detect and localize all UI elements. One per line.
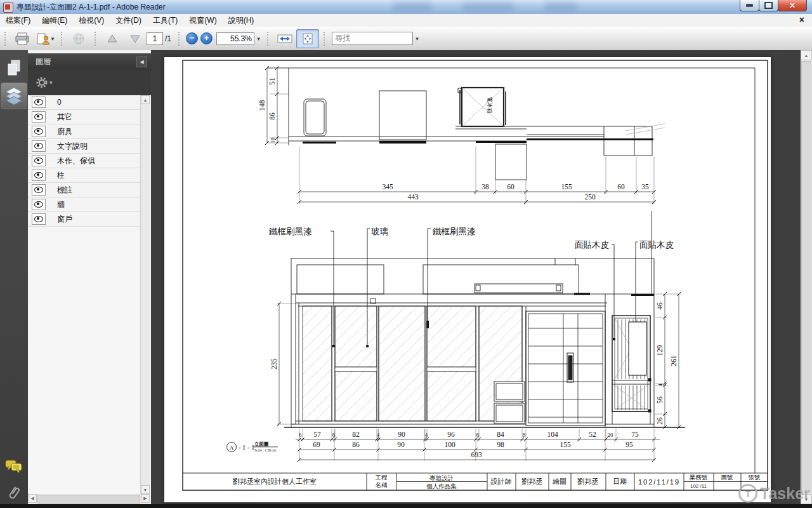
layer-row-5[interactable]: 柱 — [28, 168, 141, 183]
close-document-icon[interactable]: × — [799, 15, 804, 24]
next-page-button[interactable] — [124, 29, 147, 48]
layer-list: 0 其它 廚具 文字說明 木作、傢俱 柱 標註 牆 — [28, 95, 141, 494]
eye-icon — [34, 187, 43, 193]
panel-horizontal-scrollbar[interactable]: ◀ ▶ — [28, 494, 150, 504]
layer-visibility-toggle[interactable] — [32, 213, 46, 225]
layer-visibility-toggle[interactable] — [32, 126, 46, 137]
dim-text: 155 — [561, 183, 572, 190]
menu-tools[interactable]: 工具(T) — [147, 14, 183, 27]
layer-row-6[interactable]: 標註 — [28, 183, 141, 197]
page-number-input[interactable] — [147, 32, 163, 45]
dim-text: 155 — [560, 441, 571, 448]
view-name: 立面圖 — [254, 441, 269, 447]
find-dropdown-icon[interactable]: ▾ — [413, 32, 421, 45]
layers-panel: 圖層 ◀ ▾ 0 其它 廚具 文字說明 木作、傢俱 — [28, 50, 152, 504]
fit-width-button[interactable] — [273, 29, 296, 48]
layer-row-7[interactable]: 牆 — [28, 197, 141, 212]
zoom-out-button[interactable]: − — [186, 32, 198, 44]
scroll-up-button[interactable]: ▲ — [801, 50, 812, 60]
gear-icon[interactable] — [36, 76, 48, 89]
attachments-panel-button[interactable] — [1, 481, 27, 506]
drafter-name: 劉邦丞 — [578, 478, 599, 485]
dim-text: 261 — [670, 355, 678, 366]
dim-text: 60 — [617, 183, 625, 190]
layer-row-4[interactable]: 木作、傢俱 — [28, 154, 141, 168]
scrollbar-thumb[interactable] — [37, 495, 140, 504]
dim-text: 84 — [497, 431, 504, 438]
dim-text: 10 — [270, 137, 276, 144]
layer-row-1[interactable]: 其它 — [28, 110, 141, 124]
scroll-left-button[interactable]: ◀ — [28, 494, 37, 503]
layer-row-0[interactable]: 0 — [28, 95, 141, 110]
dim-text: 4 — [377, 432, 380, 438]
previous-page-button[interactable] — [101, 29, 124, 48]
dim-text: 86 — [352, 441, 360, 448]
document-vertical-scrollbar[interactable]: ▲ ▼ — [801, 50, 812, 504]
fit-page-icon — [301, 32, 314, 45]
print-button[interactable] — [11, 29, 34, 48]
fit-width-icon — [277, 33, 292, 44]
gear-dropdown-icon[interactable]: ▾ — [49, 79, 53, 86]
job-number-value: 102 /11 — [690, 483, 707, 489]
menu-window[interactable]: 視窗(W) — [183, 14, 222, 27]
layer-visibility-toggle[interactable] — [32, 170, 46, 181]
minimize-icon — [746, 4, 753, 7]
fit-page-button[interactable] — [296, 29, 319, 48]
dim-text: 6 — [299, 432, 302, 438]
layer-visibility-toggle[interactable] — [32, 199, 46, 210]
dim-text: 56 — [656, 396, 664, 404]
layer-row-3[interactable]: 文字說明 — [28, 139, 141, 154]
close-button[interactable]: ✕ — [778, 0, 807, 11]
collaborate-button[interactable]: ▾ — [34, 29, 56, 48]
zoom-dropdown-icon[interactable]: ▾ — [254, 32, 263, 45]
layer-visibility-toggle[interactable] — [32, 111, 46, 123]
comments-panel-button[interactable] — [1, 454, 27, 479]
scroll-down-button[interactable]: ▼ — [141, 485, 150, 494]
dim-text: 75 — [631, 431, 639, 438]
restore-icon — [764, 2, 773, 9]
section-letter: A — [230, 444, 234, 451]
restore-button[interactable] — [759, 0, 778, 11]
dim-text: 57 — [313, 431, 321, 438]
window-bottom-border — [0, 504, 812, 508]
window-title: 專題設計-立面圖2 A-1-1.pdf - Adobe Reader — [16, 2, 166, 13]
print-icon — [15, 32, 30, 45]
menu-document[interactable]: 文件(D) — [110, 14, 147, 27]
minimize-button[interactable] — [740, 0, 759, 11]
toolbar: ▾ /1 − + 55.3% ▾ — [0, 27, 812, 51]
pages-panel-button[interactable] — [1, 55, 27, 81]
find-input[interactable]: 尋找 — [332, 32, 413, 45]
dim-text: 693 — [471, 451, 482, 458]
dim-text: 6 — [332, 432, 336, 438]
menu-edit[interactable]: 編輯(E) — [36, 14, 73, 27]
callout-text: 面貼木皮 — [639, 240, 674, 250]
layer-label: 其它 — [57, 112, 72, 123]
dim-text: 26 — [656, 417, 664, 425]
menu-file[interactable]: 檔案(F) — [0, 14, 36, 27]
toolbar-grip — [95, 32, 98, 46]
eye-icon — [34, 216, 43, 222]
layer-visibility-toggle[interactable] — [32, 155, 46, 166]
layer-visibility-toggle[interactable] — [32, 184, 46, 196]
zoom-in-button[interactable]: + — [200, 32, 213, 44]
scroll-up-icon: ▲ — [804, 53, 809, 58]
toolbar-grip — [178, 32, 181, 46]
layer-visibility-toggle[interactable] — [32, 140, 46, 152]
scroll-up-button[interactable]: ▲ — [141, 95, 150, 104]
zoom-level-value[interactable]: 55.3% — [216, 32, 254, 45]
scroll-right-button[interactable]: ▶ — [141, 494, 150, 503]
layer-row-8[interactable]: 窗戶 — [28, 212, 141, 227]
eye-icon — [34, 172, 43, 178]
date-value: 102/11/19 — [638, 478, 680, 486]
dim-text: 6 — [476, 432, 480, 438]
scrollbar-thumb[interactable] — [801, 61, 811, 493]
layer-row-2[interactable]: 廚具 — [28, 124, 141, 139]
menu-view[interactable]: 檢視(V) — [73, 14, 110, 27]
layers-panel-button[interactable] — [1, 83, 27, 109]
eye-icon — [34, 99, 43, 105]
dim-text: 90 — [398, 431, 405, 438]
layer-visibility-toggle[interactable] — [32, 97, 46, 108]
collapse-panel-button[interactable]: ◀ — [136, 57, 147, 67]
menu-help[interactable]: 說明(H) — [223, 14, 260, 27]
panel-vertical-scrollbar[interactable]: ▲ ▼ — [140, 95, 150, 494]
